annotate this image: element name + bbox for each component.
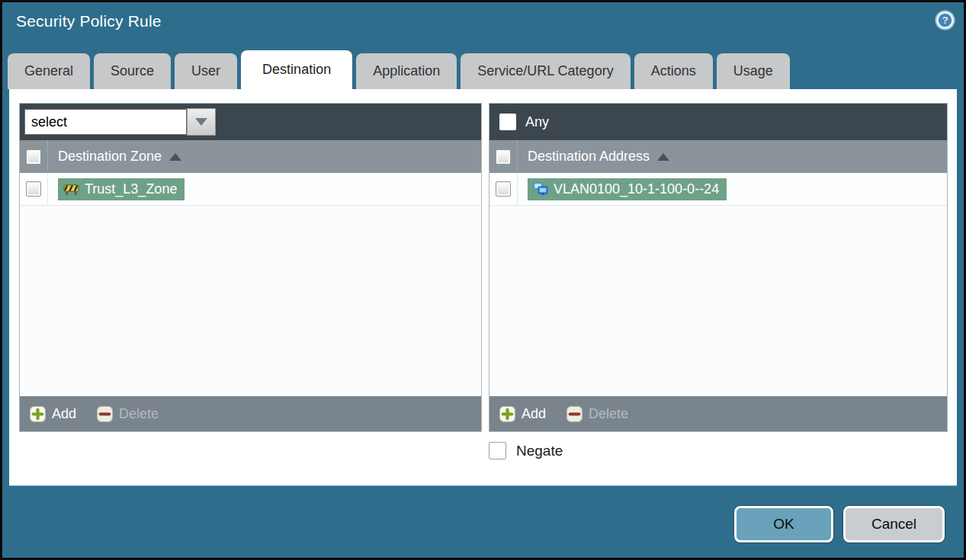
sort-ascending-icon: [169, 153, 181, 161]
negate-option: Negate: [489, 442, 563, 459]
address-item[interactable]: VLAN0100_10-1-100-0--24: [528, 178, 727, 200]
tab-source[interactable]: Source: [94, 53, 171, 89]
address-any-bar: Any: [489, 104, 947, 140]
address-column-title[interactable]: Destination Address: [528, 149, 669, 165]
plus-icon: [30, 406, 46, 422]
address-add-label: Add: [522, 406, 546, 422]
plus-icon: [499, 406, 515, 422]
tab-general[interactable]: General: [8, 53, 90, 89]
tab-actions[interactable]: Actions: [634, 53, 713, 89]
address-list: VLAN0100_10-1-100-0--24: [489, 173, 947, 396]
zone-select-bar: [20, 104, 481, 140]
zone-add-label: Add: [52, 406, 76, 422]
address-delete-button[interactable]: Delete: [566, 406, 628, 422]
address-row-checkbox[interactable]: [496, 181, 511, 197]
negate-label: Negate: [516, 443, 563, 459]
chevron-down-icon: [195, 118, 207, 126]
address-row: VLAN0100_10-1-100-0--24: [489, 173, 947, 206]
ok-button[interactable]: OK: [734, 506, 833, 542]
zone-item-label: Trust_L3_Zone: [85, 181, 177, 197]
zone-item[interactable]: Trust_L3_Zone: [58, 178, 185, 200]
cancel-button[interactable]: Cancel: [843, 506, 945, 542]
zone-row-checkbox[interactable]: [26, 181, 41, 197]
any-label: Any: [525, 114, 549, 130]
tab-bar: General Source User Destination Applicat…: [8, 50, 790, 89]
tab-service-url-category[interactable]: Service/URL Category: [461, 53, 630, 89]
sort-ascending-icon: [657, 153, 669, 161]
zone-add-button[interactable]: Add: [30, 406, 76, 422]
zone-column-header: Destination Zone: [20, 140, 481, 173]
address-panel-footer: Add Delete: [489, 396, 947, 431]
address-row-checkbox-cell: [489, 173, 518, 205]
zone-delete-button[interactable]: Delete: [97, 406, 159, 422]
destination-zone-panel: Destination Zone: [19, 103, 482, 432]
address-header-checkbox-cell: [489, 140, 518, 173]
address-select-all-checkbox[interactable]: [496, 149, 511, 165]
destination-address-panel: Any Destination Address VLAN0100: [489, 103, 948, 432]
address-icon: [533, 182, 548, 196]
zone-header-checkbox-cell: [20, 140, 48, 173]
zone-list: Trust_L3_Zone: [20, 173, 481, 396]
svg-text:?: ?: [942, 14, 948, 26]
tab-destination[interactable]: Destination: [241, 50, 352, 89]
address-item-label: VLAN0100_10-1-100-0--24: [554, 181, 719, 197]
zone-row: Trust_L3_Zone: [20, 173, 481, 206]
zone-column-title[interactable]: Destination Zone: [58, 149, 181, 165]
tab-user[interactable]: User: [175, 53, 237, 89]
zone-panel-footer: Add Delete: [20, 396, 481, 431]
zone-select-all-checkbox[interactable]: [26, 149, 41, 165]
zone-icon: [63, 183, 79, 196]
minus-icon: [97, 406, 113, 422]
address-delete-label: Delete: [589, 406, 628, 422]
tab-application[interactable]: Application: [356, 53, 457, 89]
zone-select-dropdown-button[interactable]: [187, 108, 216, 136]
zone-column-label: Destination Zone: [58, 149, 162, 165]
address-column-header: Destination Address: [489, 140, 947, 173]
address-add-button[interactable]: Add: [499, 406, 546, 422]
help-icon[interactable]: ?: [935, 10, 955, 30]
zone-delete-label: Delete: [119, 406, 159, 422]
zone-row-checkbox-cell: [20, 173, 48, 205]
any-checkbox[interactable]: [499, 114, 516, 130]
negate-checkbox[interactable]: [489, 442, 506, 459]
zone-select-input[interactable]: [24, 109, 187, 135]
address-column-label: Destination Address: [528, 149, 650, 165]
minus-icon: [566, 406, 582, 422]
tab-usage[interactable]: Usage: [717, 53, 790, 89]
dialog-title: Security Policy Rule: [16, 12, 162, 30]
